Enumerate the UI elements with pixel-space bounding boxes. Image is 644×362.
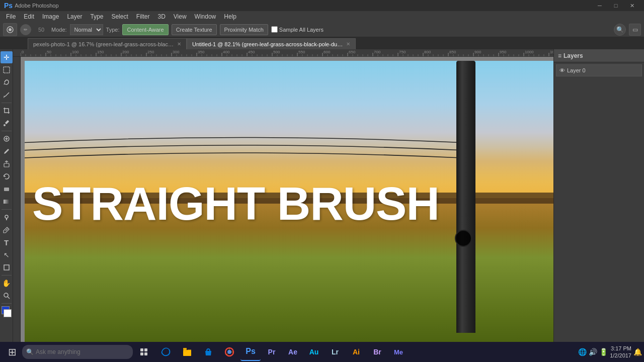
menu-type[interactable]: Type	[86, 11, 107, 22]
tool-lasso[interactable]	[1, 76, 13, 88]
svg-line-3	[5, 93, 9, 97]
taskbar-edge[interactable]	[156, 343, 176, 361]
mode-select[interactable]: Normal	[70, 24, 103, 35]
main-layout: ✛	[0, 49, 644, 347]
toolbar-divider-3	[2, 209, 12, 210]
tool-eyedropper[interactable]	[1, 117, 13, 129]
tool-heal[interactable]	[1, 133, 13, 145]
menu-file[interactable]: File	[2, 11, 20, 22]
sample-all-layers-checkbox[interactable]	[271, 26, 278, 33]
close-button[interactable]: ✕	[624, 0, 640, 11]
taskbar-after-effects[interactable]: Ae	[283, 343, 303, 361]
tool-marquee[interactable]	[1, 64, 13, 76]
tool-brush[interactable]	[1, 145, 13, 157]
photo-canvas: STRAIGHT BRUSH	[25, 61, 553, 347]
clock-time: 3:17 PM	[610, 345, 631, 352]
canvas-inner[interactable]: STRAIGHT BRUSH	[21, 57, 553, 347]
menu-3d[interactable]: 3D	[153, 11, 169, 22]
background-color[interactable]	[4, 309, 12, 317]
clock-date: 1/2/2017	[610, 352, 631, 359]
search-input[interactable]	[36, 348, 116, 355]
minimize-button[interactable]: ─	[592, 0, 608, 11]
content-aware-btn[interactable]: Content-Aware	[122, 24, 168, 35]
menu-edit[interactable]: Edit	[20, 11, 38, 22]
taskbar-photoshop[interactable]: Ps	[240, 343, 261, 361]
taskbar-media-encoder[interactable]: Me	[388, 343, 409, 361]
tool-dodge[interactable]	[1, 211, 13, 223]
svg-text:0: 0	[22, 50, 24, 54]
toolbar-divider-1	[2, 103, 12, 103]
screen-mode-btn[interactable]: ▭	[629, 24, 641, 36]
taskbar-file-explorer[interactable]	[177, 343, 197, 361]
svg-rect-2	[4, 67, 10, 73]
tool-preset-picker[interactable]	[3, 23, 17, 36]
menu-layer[interactable]: Layer	[63, 11, 86, 22]
tool-gradient[interactable]	[1, 196, 13, 208]
svg-rect-5	[5, 120, 9, 124]
title-bar-left: Ps Adobe Photoshop	[4, 2, 59, 10]
search-tools-icon[interactable]: 🔍	[614, 24, 626, 36]
layer-item[interactable]: 👁 Layer 0	[556, 64, 642, 76]
taskbar-lightroom[interactable]: Lr	[325, 343, 345, 361]
svg-text:1050: 1050	[550, 50, 553, 54]
tool-pen[interactable]	[1, 224, 13, 236]
tool-crop[interactable]	[1, 105, 13, 117]
taskbar-audition[interactable]: Au	[304, 343, 324, 361]
color-swatches[interactable]	[1, 306, 13, 317]
tool-zoom[interactable]	[1, 290, 13, 302]
taskbar-search[interactable]: 🔍	[22, 345, 133, 359]
tab-1[interactable]: Untitled-1 @ 82.1% (green-leaf-grass-acr…	[187, 38, 356, 49]
svg-rect-16	[4, 265, 9, 270]
options-bar: ✏ 50 Mode: Normal Type: Content-Aware Cr…	[0, 22, 644, 37]
task-view-button[interactable]	[134, 343, 154, 361]
menu-window[interactable]: Window	[191, 11, 220, 22]
taskbar-bridge[interactable]: Br	[367, 343, 387, 361]
layers-icon: ≡	[558, 52, 561, 59]
tool-move[interactable]: ✛	[1, 51, 13, 63]
svg-text:250: 250	[147, 50, 154, 54]
tab-1-label: Untitled-1 @ 82.1% (green-leaf-grass-acr…	[192, 41, 343, 47]
maximize-button[interactable]: □	[608, 0, 624, 11]
network-icon[interactable]: 🌐	[578, 348, 587, 356]
tool-history[interactable]	[1, 170, 13, 183]
svg-text:650: 650	[349, 50, 356, 54]
menu-select[interactable]: Select	[107, 11, 132, 22]
menu-image[interactable]: Image	[38, 11, 63, 22]
svg-text:600: 600	[324, 50, 331, 54]
svg-rect-179	[144, 348, 147, 351]
sound-icon[interactable]: 🔊	[589, 348, 597, 356]
layers-panel-title: Layers	[564, 52, 583, 59]
layer-visibility-icon[interactable]: 👁	[559, 67, 565, 73]
brush-size-preview[interactable]: ✏	[20, 24, 31, 35]
menu-filter[interactable]: Filter	[132, 11, 154, 22]
tab-0-close[interactable]: ✕	[177, 41, 181, 47]
svg-text:200: 200	[122, 50, 129, 54]
menu-help[interactable]: Help	[220, 11, 240, 22]
sample-all-layers-label[interactable]: Sample All Layers	[271, 26, 324, 33]
title-bar: Ps Adobe Photoshop ─ □ ✕	[0, 0, 644, 11]
taskbar-chrome[interactable]	[219, 343, 239, 361]
tab-0[interactable]: pexels-photo-1 @ 16.7% (green-leaf-grass…	[28, 38, 187, 49]
taskbar-premiere[interactable]: Pr	[262, 343, 282, 361]
tool-shape[interactable]	[1, 261, 13, 274]
tool-path-select[interactable]: ↖	[1, 249, 13, 261]
tool-eraser[interactable]	[1, 183, 13, 195]
tab-1-close[interactable]: ✕	[346, 41, 350, 47]
notifications-icon[interactable]: 🔔	[633, 348, 642, 356]
taskbar-store[interactable]	[198, 343, 218, 361]
create-texture-btn[interactable]: Create Texture	[172, 24, 217, 35]
svg-line-18	[8, 297, 10, 299]
tool-clone[interactable]	[1, 158, 13, 170]
taskbar-apps: Ps Pr Ae Au Lr Ai Br Me	[154, 343, 578, 361]
tool-hand[interactable]: ✋	[1, 277, 13, 289]
battery-icon[interactable]: 🔋	[599, 348, 608, 356]
svg-text:850: 850	[449, 50, 456, 54]
menu-view[interactable]: View	[170, 11, 191, 22]
taskbar-illustrator[interactable]: Ai	[346, 343, 366, 361]
start-button[interactable]: ⊞	[2, 343, 22, 361]
title-bar-controls: ─ □ ✕	[592, 0, 640, 11]
tool-wand[interactable]	[1, 89, 13, 101]
tool-text[interactable]: T	[1, 236, 13, 248]
system-clock[interactable]: 3:17 PM 1/2/2017	[610, 345, 631, 359]
proximity-match-btn[interactable]: Proximity Match	[220, 24, 268, 35]
